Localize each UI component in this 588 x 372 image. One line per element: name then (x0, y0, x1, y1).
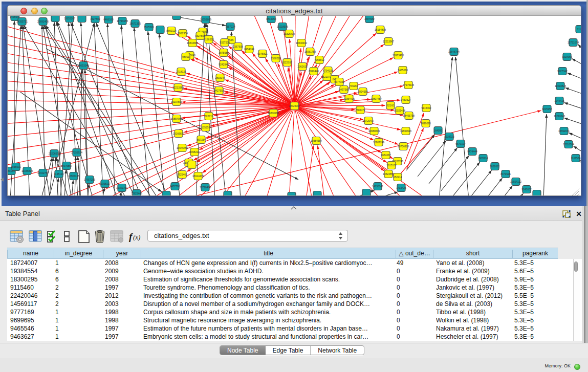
svg-text:17016504: 17016504 (563, 143, 574, 146)
svg-text:1935001: 1935001 (11, 165, 21, 168)
svg-text:19654923: 19654923 (400, 129, 411, 133)
svg-text:746266: 746266 (350, 84, 358, 87)
svg-text:16782759: 16782759 (116, 186, 127, 189)
svg-text:62160: 62160 (387, 104, 394, 107)
svg-text:9474444: 9474444 (467, 150, 477, 153)
svg-text:15692971: 15692971 (558, 129, 570, 133)
svg-text:9427552: 9427552 (214, 89, 224, 92)
svg-text:2718126: 2718126 (176, 70, 186, 73)
svg-text:1527602: 1527602 (90, 17, 100, 20)
svg-text:19384554: 19384554 (311, 139, 322, 142)
svg-text:9327503: 9327503 (195, 34, 205, 37)
svg-text:28495758: 28495758 (403, 114, 415, 117)
svg-text:252214: 252214 (394, 176, 402, 179)
svg-text:2687682: 2687682 (364, 17, 375, 20)
svg-text:8322037: 8322037 (282, 61, 292, 64)
svg-text:12342757: 12342757 (37, 171, 49, 174)
svg-text:8186328: 8186328 (204, 38, 214, 41)
svg-text:826711: 826711 (205, 115, 213, 118)
svg-text:9777169: 9777169 (334, 80, 344, 83)
svg-text:8454749: 8454749 (244, 48, 254, 51)
svg-text:7625402: 7625402 (177, 173, 187, 176)
svg-text:8471626: 8471626 (500, 172, 511, 176)
svg-text:9684067: 9684067 (381, 154, 391, 157)
svg-text:17359924: 17359924 (71, 151, 82, 154)
svg-text:8660124: 8660124 (166, 29, 177, 32)
svg-text:10756928: 10756928 (398, 145, 409, 148)
svg-text:9242848: 9242848 (219, 63, 229, 66)
svg-text:10688609: 10688609 (368, 129, 380, 133)
svg-text:13524851: 13524851 (383, 172, 394, 176)
svg-text:9245652: 9245652 (521, 188, 532, 191)
svg-text:18640910: 18640910 (296, 41, 307, 45)
svg-text:18300295: 18300295 (268, 112, 279, 115)
svg-text:20691406: 20691406 (37, 20, 49, 23)
svg-text:9115460: 9115460 (421, 106, 431, 110)
svg-text:14136141: 14136141 (372, 185, 383, 188)
svg-text:1117: 1117 (577, 28, 581, 31)
svg-text:12823446: 12823446 (131, 192, 142, 195)
svg-text:7515526: 7515526 (144, 26, 154, 29)
svg-text:98901: 98901 (182, 55, 189, 58)
svg-text:16210643: 16210643 (554, 115, 565, 118)
svg-text:10958117: 10958117 (99, 182, 111, 185)
svg-text:546: 546 (229, 38, 234, 41)
svg-text:12505135: 12505135 (68, 174, 79, 178)
svg-text:10025438: 10025438 (394, 109, 405, 112)
svg-text:5498222: 5498222 (189, 150, 200, 154)
svg-text:12093823: 12093823 (555, 84, 566, 87)
svg-text:15720407: 15720407 (363, 119, 374, 122)
svg-text:6679197: 6679197 (455, 142, 466, 145)
svg-text:8912954: 8912954 (178, 32, 188, 35)
svg-text:7357224: 7357224 (225, 25, 235, 28)
svg-text:857334: 857334 (197, 138, 206, 141)
svg-text:8938923: 8938923 (444, 135, 454, 138)
svg-text:10653267: 10653267 (64, 17, 75, 20)
svg-text:19166827: 19166827 (173, 132, 184, 135)
svg-text:16914479: 16914479 (192, 174, 204, 178)
svg-text:1733426: 1733426 (396, 186, 406, 189)
svg-text:1167534: 1167534 (571, 157, 580, 160)
svg-text:10046766: 10046766 (177, 146, 188, 149)
svg-text:17975115: 17975115 (403, 83, 414, 86)
svg-text:2803144: 2803144 (215, 76, 225, 79)
svg-text:14055721: 14055721 (16, 20, 28, 23)
svg-text:16053809: 16053809 (200, 18, 211, 21)
svg-text:18724007: 18724007 (289, 104, 300, 107)
svg-text:16543382: 16543382 (187, 41, 198, 45)
svg-text:6497568: 6497568 (339, 88, 349, 91)
svg-text:9227342: 9227342 (557, 70, 568, 73)
svg-text:16671355: 16671355 (129, 22, 141, 25)
svg-text:1362615: 1362615 (297, 65, 308, 68)
svg-text:16961758: 16961758 (304, 50, 316, 53)
svg-text:6794028: 6794028 (323, 69, 333, 72)
svg-text:16107553: 16107553 (171, 100, 182, 103)
svg-text:7632621: 7632621 (490, 165, 500, 168)
svg-text:20364436: 20364436 (343, 97, 355, 100)
svg-text:3875685: 3875685 (219, 51, 229, 54)
svg-text:11353594: 11353594 (200, 126, 211, 129)
svg-text:9457791: 9457791 (170, 185, 180, 188)
svg-text:17957255: 17957255 (84, 178, 95, 181)
svg-text:8990448: 8990448 (309, 70, 319, 73)
svg-text:1244415: 1244415 (554, 99, 564, 102)
svg-text:7386372: 7386372 (355, 108, 365, 112)
svg-text:7955812: 7955812 (314, 58, 324, 61)
svg-text:9463627: 9463627 (401, 98, 411, 101)
svg-text:1588520: 1588520 (271, 57, 281, 60)
svg-text:9329966: 9329966 (562, 55, 572, 58)
svg-text:f: f (129, 231, 133, 242)
svg-text:18907249: 18907249 (373, 141, 384, 144)
svg-text:164095: 164095 (434, 129, 443, 132)
svg-text:8215958: 8215958 (542, 107, 552, 111)
svg-text:1145194: 1145194 (54, 172, 63, 176)
svg-text:16648784: 16648784 (448, 50, 460, 53)
svg-text:12213967: 12213967 (383, 40, 394, 43)
svg-text:8813054: 8813054 (266, 17, 276, 20)
svg-text:7485063: 7485063 (398, 69, 408, 72)
svg-text:13716485: 13716485 (200, 186, 211, 189)
svg-text:2367608: 2367608 (233, 45, 243, 48)
svg-text:10654112: 10654112 (510, 180, 521, 183)
svg-text:1615132: 1615132 (386, 164, 397, 167)
svg-text:9146821: 9146821 (257, 52, 268, 55)
